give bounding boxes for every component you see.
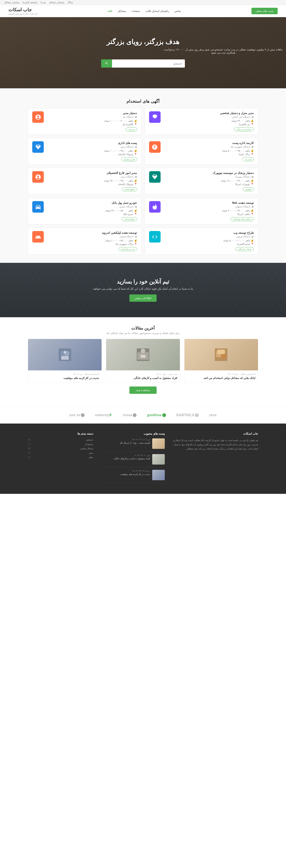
- job-card-8: طراح توسعه وب 🏛دانشگاه فروش 💰ماهی ۱۰,۰۰۰…: [145, 228, 258, 254]
- job-tag-9[interactable]: جذب و بازاریابی: [118, 247, 137, 251]
- footer-category-3[interactable]: سفر (۲): [28, 452, 93, 454]
- footer-post-title-2[interactable]: جدیت در کار لازمه های موفقیت: [120, 473, 150, 476]
- job-tag-8[interactable]: خدمات بازرگانی: [235, 247, 254, 251]
- footer-post-2: خرداد ۴۴، ۴۳ / ۱۲: ۹۹ جدیت در کار لازمه …: [99, 470, 165, 483]
- footer-category-0[interactable]: جستجو (۲): [28, 438, 93, 441]
- cta-subtitle: ما به شما در انجام آن کمک بکن قوی امکان …: [93, 287, 193, 290]
- job-company-2: 🏛دانشگاه جمهوری چک: [164, 146, 254, 148]
- nav-jobs[interactable]: مشاغل: [118, 9, 126, 12]
- job-salary-0: 💰ماهی ۲۴,۰۰۰ تومان: [164, 120, 254, 122]
- code-icon: [151, 234, 158, 240]
- footer-category-link-2[interactable]: مسائل مناسب: [80, 447, 93, 450]
- footer-category-link-1[interactable]: رستوران: [85, 443, 93, 445]
- footer-categories-title: دسته بندی ها: [28, 432, 93, 435]
- graduate-icon: [35, 174, 41, 180]
- footer-category-link-4[interactable]: حقل: [89, 456, 93, 459]
- footer-category-1[interactable]: رستوران (۱): [28, 443, 93, 445]
- hero-title: هدف بزرگتر، رویای بزرگتر: [0, 38, 286, 46]
- footer-post-img-0: [152, 438, 165, 449]
- job-tag-5[interactable]: منابع انسانی: [122, 187, 137, 191]
- job-tag-1[interactable]: مدیریت: [126, 127, 137, 131]
- job-title-9: توسعه دهنده اپلیکشن اندروید: [47, 231, 137, 235]
- job-tag-3[interactable]: هنر و رهبران: [121, 157, 137, 161]
- footer: جاب اسکات هر شغلی یک فرد در جامعه است به…: [0, 424, 286, 494]
- footer-category-link-3[interactable]: سفر: [89, 452, 93, 454]
- job-card-6: توسعه دهنده .Net 🏛دانشگاه اصفهان 💰ماهی ۲…: [145, 198, 258, 224]
- nav-contact[interactable]: تماس: [174, 9, 181, 12]
- job-location-0: 📍من کالیفرنیا: [164, 123, 254, 126]
- topbar-link-support[interactable]: پشتیبانی مشاغل: [49, 1, 64, 4]
- footer-post-title-0[interactable]: کارمند مثبت - رویا - از ارسال کار: [120, 441, 150, 444]
- topbar-link-support2[interactable]: پشتیبانی مشاغل: [4, 1, 20, 4]
- job-company-8: 🏛دانشگاه فروش: [164, 235, 254, 238]
- articles-header: آخرین مقالات برای تحلیل اهداف و مدیریت ص…: [8, 326, 278, 335]
- footer-post-date-2: خرداد ۴۴، ۴۳ / ۱۲: ۹۹: [120, 470, 150, 472]
- job-icon-1: [32, 111, 44, 123]
- job-icon-3: [32, 141, 44, 153]
- jobs-grid: مدیر منزل و دستیار شخصی 🏛دانشگاه لس آنجل…: [28, 108, 258, 254]
- job-salary-1: 💰ماهی ۴۰,۰۰۰ – ۱۰۰,۰۰۰ تومان: [47, 120, 137, 122]
- footer-posts-col: پست های محبوب خرداد ۱۶، ۱۲ / ۱۲: ۹۹ کارم…: [99, 432, 165, 486]
- article-image-1: [106, 339, 180, 370]
- footer-post-date-0: خرداد ۱۶، ۱۲ / ۱۲: ۹۹: [120, 438, 150, 441]
- cat-icon: [151, 144, 158, 150]
- footer-categories-col: دسته بندی ها جستجو (۲) رستوران (۱) مسائل…: [28, 432, 93, 486]
- article-card-0: کارشناس دیجیتال خرداد ۱۶، ۹۹ ایاتک هایی …: [184, 339, 258, 382]
- cta-banner: تیم آنلاین خود را بسازید ما به شما در ان…: [0, 263, 286, 317]
- job-salary-2: 💰ماهی ۴۵,۰۰۰ – ۵۰,۰۰۰ تومان: [164, 149, 254, 152]
- partners-section: ztos EARTH2.0 goldline treva. velocity9 …: [0, 406, 286, 424]
- job-tag-0[interactable]: حسابداری و مالی: [234, 127, 254, 131]
- nav-home[interactable]: خانه: [108, 9, 112, 12]
- job-card-1: دستیار مدیر 🏛دانشگاه نیل 💰ماهی ۴۰,۰۰۰ – …: [28, 108, 142, 135]
- partner-logo-3: treva.: [122, 413, 137, 417]
- footer-category-4[interactable]: حقل (۱): [28, 456, 93, 459]
- view-all-articles-button[interactable]: مشاهده همه: [130, 386, 156, 394]
- svg-point-3: [221, 354, 226, 359]
- footer-post-title-1[interactable]: افراد مشغول به کسب و کارهای خانگی: [114, 457, 150, 460]
- top-bar: وبلاگ پشتیبانی مشاغل تیم ما راهنمای کارف…: [0, 0, 286, 5]
- job-title-6: توسعه دهنده .Net: [164, 201, 254, 205]
- logo-title: جاب اسکات: [8, 7, 32, 12]
- job-title-2: کارمند اداره پست: [164, 141, 254, 145]
- job-tag-6[interactable]: مراقبت های بهداشتی: [230, 217, 254, 221]
- footer-category-count-2: (۲): [28, 447, 31, 450]
- car-icon: [35, 204, 41, 210]
- article-body-1: سیب سیب مهر ۲۰، ۹۸ افراد مشغول به کسب و …: [106, 370, 180, 382]
- job-tag-7[interactable]: منابع انسانی: [122, 217, 137, 221]
- post-job-button[interactable]: پست های شغلی: [252, 8, 278, 14]
- hero-search-input[interactable]: [112, 60, 185, 67]
- job-icon-5: [32, 171, 44, 183]
- main-nav: تماس راهنمای استایل قالب صفحات مشاغل خان…: [108, 9, 181, 12]
- job-company-5: 🏛دانشگاه ریتمو: [47, 175, 137, 178]
- article-card-1: سیب سیب مهر ۲۰، ۹۸ افراد مشغول به کسب و …: [106, 339, 180, 382]
- header: پست های شغلی تماس راهنمای استایل قالب صف…: [0, 5, 286, 17]
- topbar-link-guide[interactable]: راهنمای کارفرما: [23, 1, 37, 4]
- footer-category-2[interactable]: مسائل مناسب (۲): [28, 447, 93, 450]
- footer-category-count-4: (۱): [28, 456, 31, 459]
- job-tag-2[interactable]: مدیریت: [242, 157, 254, 161]
- nav-style-guide[interactable]: راهنمای استایل قالب: [145, 9, 169, 12]
- job-icon-6: [149, 201, 161, 213]
- partner-logo-4: velocity9: [95, 413, 112, 417]
- job-title-5: مدیر امور فارغ التحصیلان: [47, 171, 137, 175]
- topbar-link-team[interactable]: تیم ما: [40, 1, 46, 4]
- article-title-2: جدیت در کار لازمه های موفقیت: [31, 376, 99, 380]
- footer-post-1: مهر ۲۰، ۹۸ / ۱۲: ۰۸ افراد مشغول به کسب و…: [99, 454, 165, 467]
- article-meta-1: سیب سیب مهر ۲۰، ۹۸: [109, 373, 177, 375]
- footer-category-link-0[interactable]: جستجو: [86, 438, 93, 441]
- articles-subtitle: برای تحلیل اهداف و مدیریت صحیح امور، مقا…: [8, 332, 278, 335]
- job-tag-4[interactable]: آموزش: [243, 187, 254, 191]
- nav-pages[interactable]: صفحات: [131, 9, 140, 12]
- job-location-8: 📍فرانو کالیفرنیا: [164, 243, 254, 245]
- job-salary-6: 💰ماهی ۲۴,۰۰۰ – ۴۰,۰۰۰ تومان: [164, 209, 254, 212]
- cta-more-button[interactable]: اطلاعات بیشتر: [130, 294, 157, 302]
- job-card-9: توسعه دهنده اپلیکشن اندروید 🏛دانشگاه فرو…: [28, 228, 142, 254]
- article-image-2: [28, 339, 102, 370]
- svg-rect-7: [141, 355, 145, 358]
- footer-about-title: جاب اسکات: [171, 432, 258, 435]
- hero-search-button[interactable]: [101, 59, 112, 68]
- topbar-link-blog[interactable]: وبلاگ: [67, 1, 73, 4]
- footer-category-count-0: (۲): [28, 438, 31, 441]
- article-image-0: [184, 339, 258, 370]
- hero-search-bar: [101, 59, 185, 68]
